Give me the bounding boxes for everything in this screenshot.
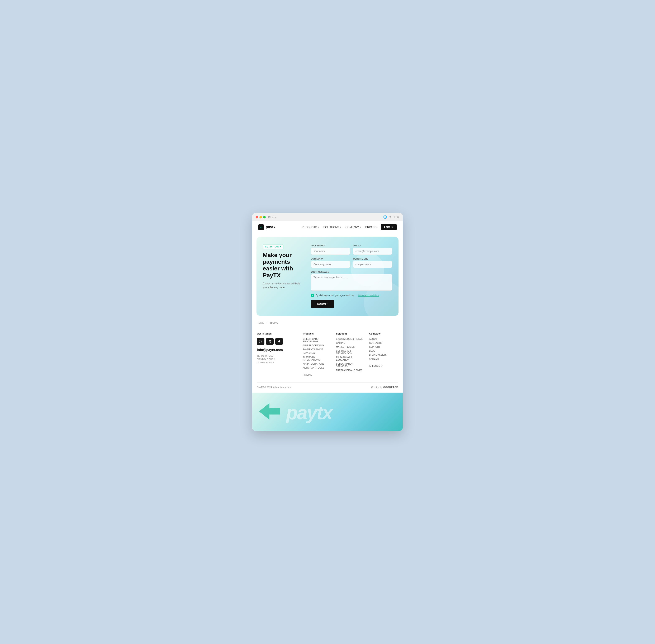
navbar: paytx PRODUCTS + SOLUTIONS + COMPANY + P… [252,221,403,233]
square-icon[interactable]: ⊡ [268,215,271,219]
created-by-prefix: Created by [371,386,382,388]
footer-contacts[interactable]: CONTACTS [369,342,382,344]
instagram-button[interactable] [257,338,265,345]
footer-grid: Get in touch [257,332,398,376]
terms-checkbox[interactable] [311,294,314,297]
breadcrumb: HOME → PRICING [252,320,403,326]
company-input[interactable] [311,261,350,268]
products-plus-icon: + [318,226,319,228]
hero-subtitle: Contact us today and we will help you so… [263,282,304,289]
footer-ecommerce[interactable]: E-COMMERCE & RETAIL [336,338,363,340]
contact-form: FULL NAME* EMAIL* COMPANY* WEBSITE URL [311,245,392,308]
footer-pricing[interactable]: PRICING [303,373,313,376]
footer-merchant-tools[interactable]: MERCHANT TOOLS [303,367,324,369]
form-row-company-website: COMPANY* WEBSITE URL [311,258,392,268]
hero-title: Make your payments easier with PayTX [263,252,304,279]
breadcrumb-home[interactable]: HOME [257,322,264,324]
footer-subscription[interactable]: SUBSCRIPTION SERVICES [336,363,354,368]
website-input[interactable] [353,261,392,268]
footer-invoicing[interactable]: INVOICING [303,352,315,354]
website-label: WEBSITE URL [353,258,392,260]
login-button[interactable]: LOG IN [381,224,397,230]
footer-marketplaces[interactable]: MARKETPLACES [336,346,355,348]
message-textarea[interactable] [311,274,392,291]
email-input[interactable] [353,248,392,255]
breadcrumb-separator: → [265,322,267,324]
share-icon[interactable]: ⬆ [389,215,391,219]
nav-company[interactable]: COMPANY + [345,226,361,229]
company-plus-icon: + [360,226,361,228]
terms-link[interactable]: terms and conditions [358,294,379,297]
footer-company-list: ABOUT CONTACTS SUPPORT BLOG BRAND ASSETS… [369,338,398,367]
footer: Get in touch [252,326,403,393]
footer-contact-title: Get in touch [257,332,299,335]
logo[interactable]: paytx [258,224,275,230]
submit-button[interactable]: SUBMIT [311,300,334,308]
copyright-text: PayTX © 2024. All rights reserved. [257,386,292,388]
form-row-name-email: FULL NAME* EMAIL* [311,245,392,255]
terms-of-use-link[interactable]: TERMS OF USE [257,355,299,357]
footer-gaming[interactable]: GAMING [336,342,345,344]
nav-pricing[interactable]: PRICING [365,226,377,229]
footer-blog[interactable]: BLOG [369,349,376,352]
tabs-icon[interactable]: ⧉ [397,215,399,219]
footer-apm[interactable]: APM PROCESSING [303,344,324,347]
footer-support[interactable]: SUPPORT [369,346,380,348]
forward-icon[interactable]: › [275,215,276,219]
nav-solutions[interactable]: SOLUTIONS + [323,226,341,229]
globe-icon: 🌐 [383,215,387,219]
footer-col-products: Products CREDIT CARD PROCESSING APM PROC… [303,332,332,376]
email-label: EMAIL* [353,245,392,247]
created-by-brand: GOODFACE [383,386,398,388]
hero-left: GET IN TOUCH Make your payments easier w… [263,245,304,308]
footer-products-title: Products [303,332,332,335]
logo-icon [258,224,264,230]
nav-links: PRODUCTS + SOLUTIONS + COMPANY + PRICING… [302,224,397,230]
footer-api-docs[interactable]: API DOCS ↗ [369,365,398,367]
message-label: YOUR MESSAGE [311,271,392,273]
created-by: Created by GOODFACE [371,386,398,388]
twitter-button[interactable] [266,338,274,345]
browser-controls: ⊡ ‹ › [268,215,276,219]
footer-social [257,338,299,345]
browser-dots [256,216,266,218]
footer-solutions-title: Solutions [336,332,365,335]
cookie-policy-link[interactable]: COOKIE POLICY [257,362,299,364]
terms-checkbox-row: By clicking submit, you agree with the t… [311,294,392,297]
footer-platform-integrations[interactable]: PLATFORM INTEGRATIONS [303,356,320,361]
footer-career[interactable]: CAREER [369,358,379,360]
footer-api-integrations[interactable]: API INTEGRATIONS [303,363,324,365]
footer-col-solutions: Solutions E-COMMERCE & RETAIL GAMING MAR… [336,332,365,376]
back-icon[interactable]: ‹ [272,215,273,219]
footer-credit-card[interactable]: CREDIT CARD PROCESSING [303,338,318,343]
footer-legal: TERMS OF USE PRIVACY POLICY COOKIE POLIC… [257,355,299,364]
footer-about[interactable]: ABOUT [369,338,377,340]
terms-text: By clicking submit, you agree with the [316,294,354,297]
dot-green[interactable] [263,216,266,218]
footer-bottom: PayTX © 2024. All rights reserved. Creat… [257,382,398,388]
form-group-website: WEBSITE URL [353,258,392,268]
footer-freelance[interactable]: FREELANCE AND SMES [336,369,362,371]
dot-red[interactable] [256,216,258,218]
footer-payment-linking[interactable]: PAYMENT LINKING [303,348,323,351]
footer-company-title: Company [369,332,398,335]
privacy-policy-link[interactable]: PRIVACY POLICY [257,358,299,361]
add-tab-icon[interactable]: + [393,215,395,219]
footer-brand-assets[interactable]: BRAND ASSETS [369,353,387,356]
footer-elearning[interactable]: E-LEARNING & EDUCATION [336,356,352,361]
footer-email[interactable]: info@paytx.com [257,348,299,352]
dot-yellow[interactable] [259,216,262,218]
address-bar: 🌐 ⬆ + ⧉ [278,215,399,219]
page-content: paytx PRODUCTS + SOLUTIONS + COMPANY + P… [252,221,403,431]
form-group-message: YOUR MESSAGE [311,271,392,291]
svg-point-2 [260,341,262,342]
footer-solutions-list: E-COMMERCE & RETAIL GAMING MARKETPLACES … [336,338,365,371]
footer-software-tech[interactable]: SOFTWARE & TECHNOLOGY [336,349,352,354]
facebook-button[interactable] [275,338,283,345]
full-name-input[interactable] [311,248,350,255]
browser-toolbar: ⊡ ‹ › 🌐 ⬆ + ⧉ [252,213,403,221]
footer-products-list: CREDIT CARD PROCESSING APM PROCESSING PA… [303,338,332,376]
nav-products[interactable]: PRODUCTS + [302,226,319,229]
footer-col-contact: Get in touch [257,332,299,376]
svg-rect-1 [259,340,262,343]
